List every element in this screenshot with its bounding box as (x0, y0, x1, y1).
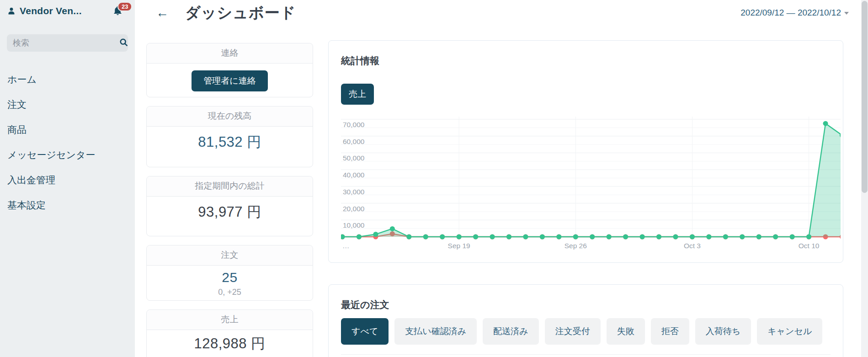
statistics-title: 統計情報 (341, 54, 379, 67)
sales-series-toggle[interactable]: 売上 (341, 84, 374, 105)
orders-count-value: 25 (147, 270, 313, 285)
filter-button-5[interactable]: 拒否 (651, 318, 689, 345)
filter-button-0[interactable]: すべて (341, 318, 389, 345)
divider (341, 354, 831, 355)
svg-text:70,000: 70,000 (343, 121, 365, 128)
sidebar-nav: ホーム注文商品メッセージセンター入出金管理基本設定 (7, 67, 135, 218)
sales-chart[interactable]: 10,00020,00030,00040,00050,00060,00070,0… (341, 115, 841, 254)
svg-text:Sep 19: Sep 19 (448, 242, 470, 250)
back-button[interactable]: ← (156, 5, 169, 20)
svg-text:Oct 3: Oct 3 (684, 242, 701, 250)
recent-orders-panel: 最近の注文 すべて支払い確認済み配送済み注文受付失敗拒否入荷待ちキャンセル (328, 284, 843, 357)
statistics-panel: 統計情報 売上 10,00020,00030,00040,00050,00060… (328, 40, 843, 263)
card-sales: 売上 128,988 円 0 円 , +∞% (146, 309, 313, 357)
filter-button-3[interactable]: 注文受付 (545, 318, 601, 345)
search-input[interactable] (13, 38, 119, 48)
sidebar-item-1[interactable]: 注文 (7, 92, 135, 117)
sidebar: Vendor Ven... 23 ホーム注文商品メッセージセンター入出金管理基本… (0, 0, 135, 357)
summary-cards: 連絡 管理者に連絡 現在の残高 81,532 円 指定期間内の総計 93,977… (146, 43, 313, 357)
scrollbar-track[interactable] (861, 0, 868, 357)
chevron-down-icon (844, 12, 849, 15)
order-status-filters: すべて支払い確認済み配送済み注文受付失敗拒否入荷待ちキャンセル (341, 318, 822, 345)
svg-text:Sep 26: Sep 26 (564, 242, 587, 250)
vendor-account[interactable]: Vendor Ven... (7, 5, 82, 16)
sidebar-item-3[interactable]: メッセージセンター (7, 142, 135, 167)
page-title: ダッシュボード (185, 3, 296, 23)
current-balance-value: 81,532 円 (147, 133, 313, 152)
sales-value: 128,988 円 (147, 334, 313, 353)
period-total-value: 93,977 円 (147, 202, 313, 222)
filter-button-7[interactable]: キャンセル (757, 318, 822, 345)
card-balance-title: 現在の残高 (147, 107, 313, 127)
svg-text:…: … (342, 242, 350, 250)
filter-button-1[interactable]: 支払い確認済み (394, 318, 477, 345)
card-orders: 注文 25 0, +25 (146, 245, 313, 301)
bell-icon (112, 11, 123, 18)
vendor-name: Vendor Ven... (20, 5, 82, 16)
card-contact: 連絡 管理者に連絡 (146, 43, 313, 97)
card-period-total-title: 指定期間内の総計 (147, 176, 313, 197)
card-contact-title: 連絡 (147, 43, 313, 64)
user-icon (7, 7, 16, 15)
svg-text:50,000: 50,000 (343, 154, 365, 162)
svg-text:60,000: 60,000 (343, 138, 365, 145)
sidebar-item-4[interactable]: 入出金管理 (7, 167, 135, 192)
scrollbar-thumb[interactable] (862, 1, 868, 193)
recent-orders-title: 最近の注文 (341, 298, 389, 311)
svg-text:30,000: 30,000 (343, 188, 365, 196)
filter-button-2[interactable]: 配送済み (483, 318, 538, 345)
notifications-button[interactable]: 23 (112, 5, 124, 18)
orders-count-sub: 0, +25 (147, 288, 313, 297)
svg-text:Oct 10: Oct 10 (799, 242, 820, 250)
card-sales-title: 売上 (147, 310, 313, 330)
notification-badge: 23 (117, 2, 132, 11)
search-box (7, 34, 128, 52)
filter-button-6[interactable]: 入荷待ち (695, 318, 751, 345)
filter-button-4[interactable]: 失敗 (607, 318, 645, 345)
sidebar-item-2[interactable]: 商品 (7, 117, 135, 142)
main-content: ← ダッシュボード 2022/09/12 — 2022/10/12 連絡 管理者… (135, 0, 868, 357)
svg-text:40,000: 40,000 (343, 171, 365, 179)
card-orders-title: 注文 (147, 245, 313, 266)
card-current-balance: 現在の残高 81,532 円 (146, 106, 313, 167)
svg-text:10,000: 10,000 (343, 221, 365, 229)
contact-admin-button[interactable]: 管理者に連絡 (192, 70, 267, 91)
sidebar-item-0[interactable]: ホーム (7, 67, 135, 92)
date-range-label: 2022/09/12 — 2022/10/12 (740, 8, 841, 17)
card-period-total: 指定期間内の総計 93,977 円 (146, 176, 313, 236)
search-icon[interactable] (119, 37, 128, 49)
sidebar-item-5[interactable]: 基本設定 (7, 192, 135, 218)
svg-text:20,000: 20,000 (343, 205, 365, 213)
date-range-picker[interactable]: 2022/09/12 — 2022/10/12 (740, 8, 849, 18)
